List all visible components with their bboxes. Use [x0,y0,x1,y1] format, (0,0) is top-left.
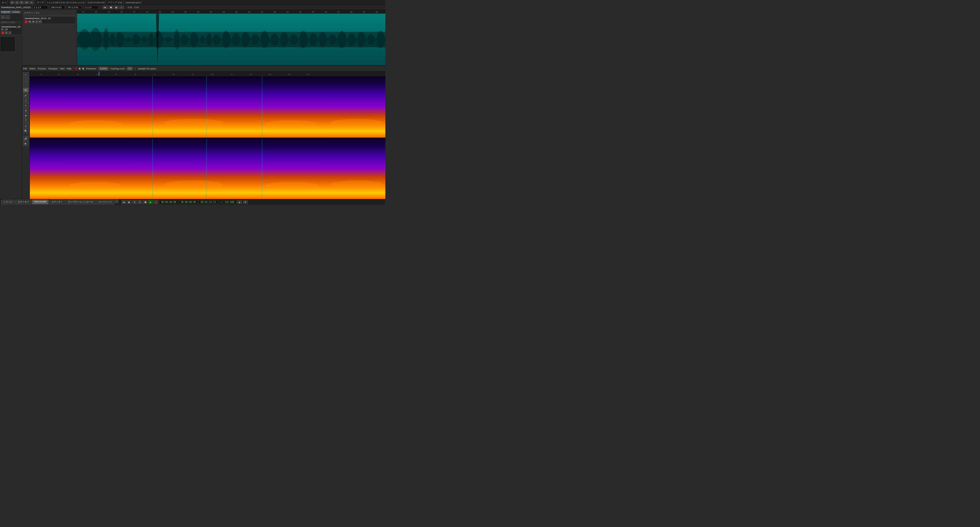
menu-view[interactable]: View [60,67,65,70]
speaker-tool[interactable]: 🔊 [23,136,29,141]
playhead [99,72,99,76]
waveform-canvas[interactable] [77,14,385,65]
tempo-up-btn[interactable]: ▲ [237,201,242,204]
record-button[interactable]: ● [120,6,124,9]
mode-r-button[interactable]: R [20,1,24,4]
rewind-button[interactable]: ⏮ [103,6,107,9]
plugin-label: SpectralLayers [126,1,141,4]
thickness-value[interactable]: 3 pixels [98,67,109,70]
touch-mode-label: タッチ [37,1,44,4]
input-ch-label: 入力チャンネル [23,11,76,15]
select-tool[interactable]: ⬚ [23,78,29,82]
dot3[interactable] [82,68,84,70]
time2-display: 157.2.3.51 [66,1,77,4]
tab-track[interactable]: トラック [1,199,15,204]
tracking-value[interactable]: 5 s [127,67,133,70]
tab-chord[interactable]: コードパッド [96,199,115,204]
mode-s-button[interactable]: S [15,1,19,4]
paint-tool[interactable]: 🖌 [23,93,29,97]
mode-m-button[interactable]: M [10,1,14,4]
bottom-play-btn2[interactable]: ▶ [148,200,153,204]
menu-process[interactable]: Process [38,67,46,70]
inspector-header: Inspector Visibility [0,10,22,14]
ruler-mark-48: 48 [345,11,358,13]
waveform-record-btn[interactable]: ● [24,20,27,23]
tempo-down-btn[interactable]: ▼ [243,201,248,204]
monitor-tool[interactable]: ▶ [23,141,29,146]
tab-editor1[interactable]: エディター [15,199,32,204]
magic-tool[interactable]: ✦ [23,103,29,108]
ruler-mark-45: 45 [307,11,320,13]
spectrogram-upper-svg [30,76,385,138]
ruler-mark-47: 47 [332,11,345,13]
play-button[interactable]: ▶ [115,6,119,9]
eraser-tool[interactable]: ◻ [23,98,29,103]
tab-mixconsole[interactable]: MixConsole [32,199,48,204]
spectral-area: Edit Select Process Transport View Help … [22,66,385,199]
lasso-tool[interactable]: ○ [23,83,29,87]
spectral-timeline: 11 21 31 41 51 61 71 81 91 101 111 121 1… [30,72,385,76]
s-mark-11: 11 [40,73,42,75]
text-tool[interactable]: T [23,118,29,123]
ruler-mark-42: 42 [269,11,281,13]
top-toolbar: ⊞ ✕ M S R W A タッチ 1.1.1.0 158.3.4.51 157… [0,0,385,5]
bottom-loop-btn[interactable]: ↻ [138,200,142,204]
waveform-track-name: SweetMyHeart_3D M...23 [24,17,75,20]
record-arm-button[interactable]: ● [1,31,4,34]
visibility-tab[interactable]: Visibility [11,11,20,13]
zoom-tool[interactable]: 🔍 [23,129,29,133]
track-preview [0,37,15,52]
tempo-display: 120.000 [223,201,236,204]
svg-point-12 [164,119,223,127]
bottom-play-btn[interactable]: ▶ [127,200,131,204]
tab-editor2[interactable]: エディター [49,199,65,204]
s-mark-61: 61 [135,73,137,75]
inspector-tab[interactable]: Inspector [1,10,11,13]
record-dot[interactable] [75,68,77,70]
input-channel-label: 入力チャンネル [0,20,22,25]
waveform-monitor-btn[interactable]: M [35,20,38,23]
clone-tool[interactable]: ⊕ [23,108,29,113]
bottom-stop-btn[interactable]: ⏮ [121,200,126,204]
bottom-rec-btn[interactable]: ● [154,200,158,204]
mode-a-button[interactable]: A [30,1,34,4]
s-mark-111: 111 [230,73,233,75]
solo-button[interactable]: S [8,31,11,34]
menu-edit[interactable]: Edit [23,67,27,70]
bottom-pause-btn[interactable]: ⏸ [132,200,137,204]
svg-point-26 [331,180,383,188]
menu-transport[interactable]: Transport [48,67,58,70]
bottom-stop-btn2[interactable]: ⏹ [143,200,148,204]
svg-rect-15 [30,138,385,199]
ruler-mark-40: 40 [243,11,256,13]
mute-button[interactable]: M [5,31,8,34]
end-time: 00:01:22:13 [199,201,218,204]
nav-buttons: + − [0,14,22,20]
tab-sampler[interactable]: サンプラーコントロール [65,199,95,204]
file-name: SweetMyHea_DMIX_191023 [1,6,30,9]
heal-tool[interactable]: ✚ [23,113,29,118]
cursor-tool[interactable]: ↖ [23,72,29,77]
menu-select[interactable]: Select [29,67,35,70]
add-track-button[interactable]: + [1,15,5,19]
waveform-solo-btn[interactable]: ◀ [32,20,35,23]
spectrogram-lower-svg [30,138,385,199]
sample-all-layers[interactable]: Sample All Layers [138,67,156,70]
waveform-svg [77,14,385,65]
warp-tool[interactable]: ⌀ [23,124,29,128]
waveform-mute-btn[interactable]: ◀ [28,20,31,23]
s-mark-51: 51 [115,73,118,75]
spectral-tools: ↖ ⬚ ○ ✏ 🖌 ◻ ✦ ⊕ ✚ T ⌀ 🔍 🔊 ▶ [22,72,30,199]
spectral-content[interactable]: 20k Hz 14k 7.1k 2k 500 300 20k Hz 14k 7.… [30,76,385,199]
remove-track-button[interactable]: − [6,15,10,19]
add-panel-btn[interactable]: + [115,199,118,203]
mode-w-button[interactable]: W [24,1,29,4]
menu-help[interactable]: Help [67,67,72,70]
stop-button[interactable]: ⏹ [108,6,113,9]
ruler-mark-31: 31 [128,11,141,13]
dot2[interactable] [79,68,81,70]
inspector-panel: Inspector Visibility + − 入力チャンネル SweetMy… [0,10,22,199]
pencil-tool[interactable]: ✏ [23,88,29,92]
waveform-fx-btn[interactable]: FX [39,20,42,23]
position-time: 00:00:00:00 [159,201,178,204]
